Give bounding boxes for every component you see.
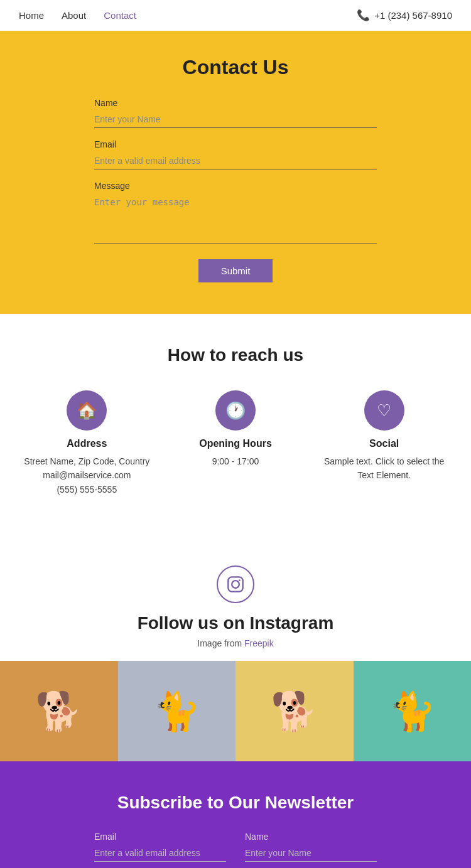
photo-1: 🐕	[0, 661, 118, 761]
message-label: Message	[94, 181, 377, 191]
name-label: Name	[94, 98, 377, 108]
newsletter-section: Subscribe to Our Newsletter Email Name S…	[0, 761, 471, 868]
email-field-group: Email	[94, 139, 377, 169]
instagram-title: Follow us on Instagram	[19, 613, 452, 633]
social-text: Sample text. Click to select the Text El…	[316, 454, 452, 483]
photo-2: 🐈	[118, 661, 236, 761]
hours-icon: 🕐	[215, 390, 256, 431]
newsletter-name-label: Name	[245, 832, 377, 842]
dog1-emoji: 🐕	[35, 689, 82, 734]
newsletter-form: Email Name	[94, 832, 377, 862]
address-text: Street Name, Zip Code, Country mail@mail…	[19, 454, 155, 496]
contact-submit-button[interactable]: Submit	[198, 259, 273, 282]
svg-rect-0	[228, 577, 242, 592]
newsletter-email-label: Email	[94, 832, 226, 842]
newsletter-name-input[interactable]	[245, 845, 377, 862]
nav-contact[interactable]: Contact	[104, 10, 136, 21]
reach-item-social: ♡ Social Sample text. Click to select th…	[316, 390, 452, 483]
nav-about[interactable]: About	[62, 10, 86, 21]
message-field-group: Message	[94, 181, 377, 247]
cat2-emoji: 🐈	[389, 689, 436, 734]
hours-text: 9:00 - 17:00	[168, 454, 304, 468]
navbar: Home About Contact 📞 +1 (234) 567-8910	[0, 0, 471, 31]
instagram-icon	[217, 565, 254, 603]
newsletter-email-group: Email	[94, 832, 226, 862]
newsletter-title: Subscribe to Our Newsletter	[94, 793, 377, 813]
phone-icon: 📞	[357, 9, 370, 22]
photo-4: 🐈	[354, 661, 472, 761]
newsletter-email-input[interactable]	[94, 845, 226, 862]
image-credit: Image from Freepik	[19, 638, 452, 648]
nav-home[interactable]: Home	[19, 10, 44, 21]
photo-3: 🐕	[236, 661, 354, 761]
social-label: Social	[316, 438, 452, 449]
newsletter-name-group: Name	[245, 832, 377, 862]
email-input[interactable]	[94, 153, 377, 169]
name-field-group: Name	[94, 98, 377, 128]
address-icon: 🏠	[67, 390, 107, 431]
name-input[interactable]	[94, 111, 377, 128]
nav-phone: 📞 +1 (234) 567-8910	[357, 9, 452, 22]
reach-item-address: 🏠 Address Street Name, Zip Code, Country…	[19, 390, 155, 496]
dog2-emoji: 🐕	[271, 689, 318, 734]
phone-number: +1 (234) 567-8910	[374, 10, 452, 21]
email-label: Email	[94, 139, 377, 149]
freepik-link[interactable]: Freepik	[244, 638, 274, 648]
svg-point-1	[232, 581, 239, 588]
cat1-emoji: 🐈	[153, 689, 200, 734]
nav-links: Home About Contact	[19, 10, 136, 21]
social-icon: ♡	[364, 390, 404, 431]
photo-grid: 🐕 🐈 🐕 🐈	[0, 661, 471, 761]
reach-section: How to reach us 🏠 Address Street Name, Z…	[0, 314, 471, 534]
hours-label: Opening Hours	[168, 438, 304, 449]
reach-item-hours: 🕐 Opening Hours 9:00 - 17:00	[168, 390, 304, 468]
contact-section: Contact Us Name Email Message Submit	[0, 31, 471, 314]
svg-point-2	[239, 579, 241, 581]
reach-title: How to reach us	[19, 345, 452, 365]
contact-title: Contact Us	[94, 56, 377, 79]
message-input[interactable]	[94, 194, 377, 244]
reach-grid: 🏠 Address Street Name, Zip Code, Country…	[19, 390, 452, 496]
instagram-section: Follow us on Instagram Image from Freepi…	[0, 534, 471, 761]
address-label: Address	[19, 438, 155, 449]
